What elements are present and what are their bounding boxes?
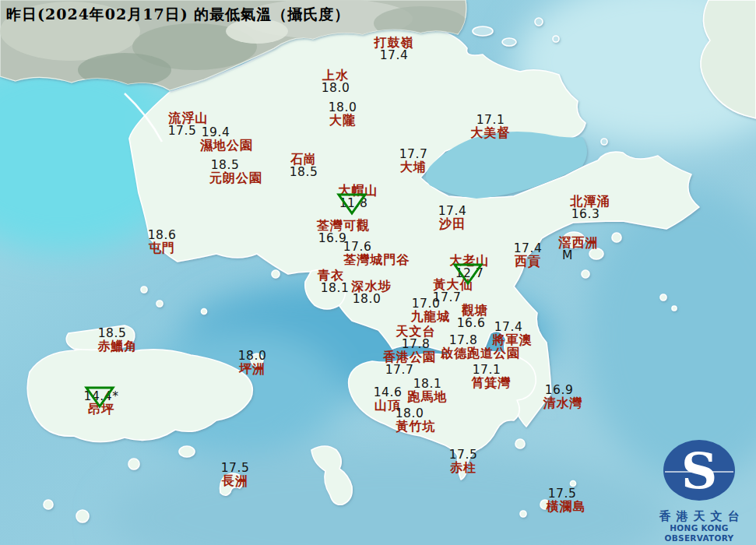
station: 17.1筲箕灣	[472, 364, 512, 389]
station-value: 17.6	[325, 241, 391, 253]
station-value: 18.0	[390, 407, 430, 420]
station-name-label: 筲箕灣	[472, 376, 512, 389]
station-name-label: 昂坪	[84, 403, 119, 416]
station-value: 16.3	[566, 208, 606, 220]
station-value: 17.7	[373, 364, 426, 376]
station: 18.0大隴	[329, 101, 357, 127]
station: 石崗18.5	[290, 153, 318, 178]
station: 17.4沙田	[438, 205, 467, 230]
station-value: 14.4*	[84, 390, 119, 403]
station-name-label: 流浮山	[169, 111, 209, 125]
station-value: 19.4	[189, 126, 242, 139]
station-name-label: 青衣	[317, 269, 346, 282]
station: 上水18.0	[322, 69, 350, 94]
station-value: 17.4	[374, 49, 414, 62]
station: 17.4西貢	[514, 242, 543, 268]
station: 北潭涌16.3	[571, 195, 610, 220]
station-value: 18.5	[290, 166, 318, 178]
station: 17.5長洲	[221, 462, 250, 487]
station-name-label: 九龍城	[411, 310, 451, 323]
station-name-label: 跑馬地	[408, 390, 448, 403]
station-name-label: 赤柱	[449, 461, 478, 474]
station: 14.4*昂坪	[84, 390, 119, 416]
station: 滘西洲M	[559, 236, 599, 262]
station-value: 16.9	[540, 384, 579, 396]
station-value: 18.5	[93, 327, 132, 339]
station-value: 18.0	[329, 101, 357, 114]
station-name-label: 沙田	[438, 217, 467, 230]
station-name-label: 大美督	[471, 126, 511, 139]
station-value: 18.6	[148, 229, 177, 241]
hko-logo-name-en: HONG KONG OBSERVATORY	[645, 523, 753, 543]
station-name-label: 屯門	[148, 241, 177, 255]
station: 18.0黃竹坑	[396, 407, 436, 433]
station-name-label: 大隴	[329, 114, 357, 127]
station-name-label: 石崗	[290, 153, 318, 166]
station-value: 17.5	[543, 487, 582, 500]
station-value: M	[548, 249, 588, 262]
station-name-label: 赤鱲角	[98, 339, 138, 353]
weather-map-stage: 昨日(2024年02月17日) 的最低氣溫（攝氏度） 打鼓嶺17.4上水18.0…	[0, 0, 756, 545]
stations-layer: 打鼓嶺17.4上水18.018.0大隴17.1大美督流浮山17.519.4濕地公…	[0, 0, 756, 545]
station: 大帽山11.8	[339, 184, 378, 209]
station: 深水埗18.0	[352, 280, 392, 305]
station-value: 17.1	[467, 364, 507, 376]
station: 17.1大美督	[471, 114, 511, 139]
station-value: 18.0	[347, 293, 387, 305]
station-name-label: 西貢	[514, 255, 543, 268]
station-name-label: 大埔	[399, 160, 428, 174]
station: 17.7大埔	[399, 148, 428, 174]
station-value: 17.4	[489, 321, 529, 333]
station-name-label: 元朗公園	[209, 171, 262, 185]
station-name-label: 橫瀾島	[547, 500, 586, 513]
station-value: 17.4	[438, 205, 467, 217]
hko-logo-name-cn: 香港天文台	[651, 510, 753, 523]
station-value: 14.6	[374, 386, 403, 399]
station-name-label: 黃大仙	[434, 278, 473, 291]
station-name-label: 長洲	[221, 474, 250, 487]
station: 18.1跑馬地	[408, 378, 448, 403]
station: 19.4濕地公園	[200, 126, 253, 152]
hko-logo-icon: S	[652, 435, 746, 507]
station: 18.6屯門	[148, 229, 177, 255]
map-title: 昨日(2024年02月17日) 的最低氣溫（攝氏度）	[6, 5, 350, 25]
station-name-label: 大帽山	[339, 184, 378, 197]
station-name-label: 上水	[322, 69, 350, 82]
station-value: 11.8	[334, 197, 374, 209]
station-value: 18.0	[322, 82, 350, 94]
station-name-label: 濕地公園	[200, 139, 253, 152]
station-value: 17.5	[449, 448, 478, 461]
station-value: 17.4	[514, 242, 543, 255]
station-name-label: 啟德跑道公園	[441, 346, 520, 360]
svg-text:S: S	[681, 441, 717, 500]
station: 18.0坪洲	[238, 350, 267, 375]
station-name-label: 深水埗	[352, 280, 392, 293]
station-value: 18.5	[199, 159, 251, 171]
station-value: 18.1	[321, 282, 350, 294]
station-value: 17.0	[406, 297, 446, 310]
station: 17.8啟德跑道公園	[441, 334, 520, 360]
station: 17.5橫瀾島	[547, 487, 586, 513]
station: 17.6荃灣城門谷	[344, 241, 410, 266]
station: 觀塘16.6	[461, 304, 490, 329]
station-name-label: 大老山	[450, 254, 490, 267]
station-value: 16.6	[457, 317, 486, 329]
station-value: 18.0	[238, 350, 267, 362]
station-name-label: 香港公園	[383, 350, 436, 364]
station-name-label: 荃灣城門谷	[344, 253, 410, 266]
station-name-label: 荃灣可觀	[317, 219, 370, 232]
station-name-label: 觀塘	[461, 304, 490, 317]
station: 香港公園17.7	[383, 350, 436, 376]
hko-logo: S 香港天文台 HONG KONG OBSERVATORY	[645, 435, 753, 543]
station-name-label: 北潭涌	[571, 195, 610, 208]
station: 17.0九龍城	[411, 297, 451, 323]
station-name-label: 打鼓嶺	[374, 36, 414, 49]
station-value: 17.1	[471, 114, 511, 126]
station-name-label: 滘西洲	[559, 236, 599, 249]
station-name-label: 清水灣	[543, 396, 583, 410]
station: 18.5元朗公園	[209, 159, 262, 185]
station: 16.9清水灣	[543, 384, 583, 410]
station: 18.5赤鱲角	[98, 327, 138, 353]
station: 青衣18.1	[317, 269, 346, 294]
station-value: 17.5	[221, 462, 250, 474]
